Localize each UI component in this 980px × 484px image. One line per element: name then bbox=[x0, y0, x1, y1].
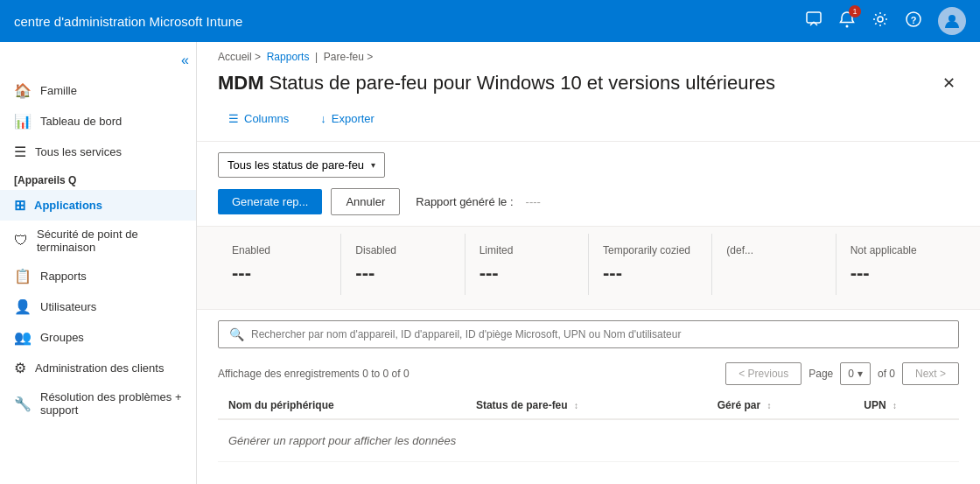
stat-disabled-label: Disabled bbox=[355, 244, 450, 256]
pagination-row: Affichage des enregistrements 0 to 0 of … bbox=[197, 355, 980, 392]
stat-temporarily: Temporarily cozied --- bbox=[589, 234, 712, 295]
help-icon[interactable]: ? bbox=[905, 11, 922, 32]
stats-row: Enabled --- Disabled --- Limited --- Tem… bbox=[197, 226, 980, 310]
table-header: Nom du périphérique Status de pare-feu ↕… bbox=[218, 392, 959, 419]
troubleshoot-icon: 🔧 bbox=[14, 396, 32, 412]
sidebar-item-tableau[interactable]: 📊 Tableau de bord bbox=[0, 106, 196, 137]
sort-icon-status: ↕ bbox=[574, 401, 578, 410]
admin-icon: ⚙ bbox=[14, 360, 26, 376]
search-row: 🔍 bbox=[197, 310, 980, 355]
col-upn[interactable]: UPN ↕ bbox=[853, 392, 959, 419]
search-icon: 🔍 bbox=[229, 327, 244, 341]
svg-rect-0 bbox=[807, 12, 821, 23]
cancel-button[interactable]: Annuler bbox=[331, 188, 400, 215]
close-button[interactable]: ✕ bbox=[939, 70, 959, 96]
user-icon: 👤 bbox=[14, 298, 32, 315]
sort-icon-upn: ↕ bbox=[892, 401, 897, 410]
sort-icon-gere: ↕ bbox=[766, 401, 771, 410]
sidebar-item-securite[interactable]: 🛡 Sécurité de point de terminaison bbox=[0, 221, 196, 261]
stat-limited-value: --- bbox=[480, 262, 574, 284]
sidebar-item-label: Applications bbox=[34, 199, 102, 212]
columns-button[interactable]: ☰ Columns bbox=[218, 107, 299, 130]
stat-limited: Limited --- bbox=[466, 234, 589, 295]
table-container: Nom du périphérique Status de pare-feu ↕… bbox=[197, 392, 980, 462]
sidebar-item-label: Utilisateurs bbox=[40, 300, 96, 313]
services-icon: ☰ bbox=[14, 144, 26, 160]
page-title: MDMStatus de pare-feu pour Windows 10 et… bbox=[218, 72, 775, 95]
dashboard-icon: 📊 bbox=[14, 113, 32, 130]
sidebar-item-administration[interactable]: ⚙ Administration des clients bbox=[0, 353, 196, 383]
topbar-icons: 1 ? bbox=[805, 7, 966, 35]
of-label: of 0 bbox=[878, 368, 895, 380]
sidebar-item-famille[interactable]: 🏠 Famille bbox=[0, 75, 196, 106]
generate-report-button[interactable]: Generate rep... bbox=[218, 189, 322, 214]
stat-enabled-label: Enabled bbox=[232, 244, 326, 256]
dropdown-value: Tous les status de pare-feu bbox=[228, 158, 364, 172]
feedback-icon[interactable] bbox=[805, 11, 822, 32]
export-button[interactable]: ↓ Exporter bbox=[310, 107, 385, 130]
stat-disabled: Disabled --- bbox=[341, 234, 465, 295]
layout: « 🏠 Famille 📊 Tableau de bord ☰ Tous les… bbox=[0, 42, 980, 484]
sidebar-item-utilisateurs[interactable]: 👤 Utilisateurs bbox=[0, 291, 196, 322]
sidebar-item-resolution[interactable]: 🔧 Résolution des problèmes + support bbox=[0, 383, 196, 424]
reports-icon: 📋 bbox=[14, 268, 32, 284]
breadcrumb: Accueil > Rapports | Pare-feu > bbox=[197, 42, 980, 67]
sidebar-item-label: Rapports bbox=[40, 270, 87, 283]
settings-icon[interactable] bbox=[872, 11, 889, 32]
breadcrumb-parefeu: Pare-feu > bbox=[324, 51, 373, 63]
sidebar-item-rapports[interactable]: 📋 Rapports bbox=[0, 261, 196, 291]
apps-icon: ⊞ bbox=[14, 197, 25, 214]
search-input[interactable] bbox=[251, 328, 948, 340]
sidebar-item-applications[interactable]: ⊞ Applications bbox=[0, 190, 196, 221]
status-filter-dropdown[interactable]: Tous les status de pare-feu ▾ bbox=[218, 152, 385, 178]
collapse-button[interactable]: « bbox=[181, 53, 189, 68]
stat-not-applicable: Not applicable --- bbox=[836, 234, 959, 295]
search-wrapper: 🔍 bbox=[218, 320, 959, 348]
page-label: Page bbox=[808, 368, 833, 380]
col-gere[interactable]: Géré par ↕ bbox=[707, 392, 854, 419]
stat-disabled-value: --- bbox=[355, 262, 450, 284]
sidebar-item-label: Résolution des problèmes + support bbox=[40, 390, 182, 417]
topbar: centre d'administration Microsoft Intune… bbox=[0, 0, 980, 42]
stat-def: (def... bbox=[712, 234, 836, 295]
sidebar-item-groupes[interactable]: 👥 Groupes bbox=[0, 322, 196, 353]
table-body: Générer un rapport pour afficher les don… bbox=[218, 419, 959, 462]
breadcrumb-accueil: Accueil > bbox=[218, 51, 261, 63]
svg-point-4 bbox=[878, 17, 883, 22]
notification-icon[interactable]: 1 bbox=[838, 11, 856, 32]
topbar-title: centre d'administration Microsoft Intune bbox=[14, 14, 805, 29]
columns-icon: ☰ bbox=[228, 112, 239, 125]
data-table: Nom du périphérique Status de pare-feu ↕… bbox=[218, 392, 959, 462]
sidebar-item-label: Tableau de bord bbox=[40, 115, 122, 128]
col-status[interactable]: Status de pare-feu ↕ bbox=[466, 392, 707, 419]
sidebar-section-appareils: [Appareils Q bbox=[0, 167, 196, 190]
stat-enabled-value: --- bbox=[232, 262, 326, 284]
pagination-showing: Affichage des enregistrements 0 to 0 of … bbox=[218, 368, 410, 380]
action-row: Generate rep... Annuler Rapport généré l… bbox=[197, 188, 980, 226]
previous-button[interactable]: < Previous bbox=[725, 362, 802, 385]
stat-temporarily-label: Temporarily cozied bbox=[603, 244, 697, 256]
sidebar-collapse: « bbox=[0, 49, 196, 75]
home-icon: 🏠 bbox=[14, 82, 32, 99]
stat-enabled: Enabled --- bbox=[218, 234, 341, 295]
page-chevron-icon: ▾ bbox=[858, 368, 863, 380]
page-value: 0 bbox=[848, 368, 854, 380]
stat-temporarily-value: --- bbox=[603, 262, 697, 284]
table-empty-row: Générer un rapport pour afficher les don… bbox=[218, 419, 959, 462]
stat-na-label: Not applicable bbox=[850, 244, 945, 256]
filter-row: Tous les status de pare-feu ▾ bbox=[197, 142, 980, 188]
sidebar-item-label: Sécurité de point de terminaison bbox=[37, 228, 182, 254]
download-icon: ↓ bbox=[320, 112, 326, 125]
breadcrumb-rapports[interactable]: Rapports bbox=[267, 51, 310, 63]
sidebar-item-label: Administration des clients bbox=[35, 361, 164, 375]
page-select[interactable]: 0 ▾ bbox=[840, 362, 871, 385]
next-button[interactable]: Next > bbox=[902, 362, 959, 385]
report-generated-label: Rapport généré le : bbox=[416, 195, 513, 208]
avatar[interactable] bbox=[938, 7, 966, 35]
sidebar-item-label: Famille bbox=[40, 84, 77, 97]
chevron-down-icon: ▾ bbox=[371, 160, 375, 170]
sidebar-item-services[interactable]: ☰ Tous les services bbox=[0, 137, 196, 167]
sidebar: « 🏠 Famille 📊 Tableau de bord ☰ Tous les… bbox=[0, 42, 197, 484]
report-date: ---- bbox=[526, 195, 541, 208]
svg-point-7 bbox=[948, 15, 956, 22]
